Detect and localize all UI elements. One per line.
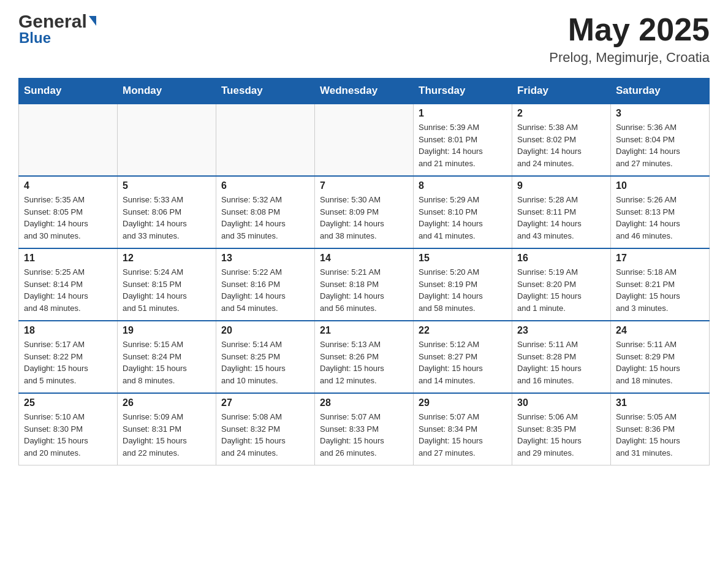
day-info: Sunrise: 5:12 AM Sunset: 8:27 PM Dayligh… bbox=[419, 339, 507, 386]
day-info: Sunrise: 5:05 AM Sunset: 8:36 PM Dayligh… bbox=[616, 411, 704, 459]
table-row: 4Sunrise: 5:35 AM Sunset: 8:05 PM Daylig… bbox=[19, 176, 118, 248]
table-row: 31Sunrise: 5:05 AM Sunset: 8:36 PM Dayli… bbox=[611, 393, 710, 465]
day-info: Sunrise: 5:07 AM Sunset: 8:34 PM Dayligh… bbox=[419, 411, 507, 459]
day-info: Sunrise: 5:11 AM Sunset: 8:28 PM Dayligh… bbox=[517, 339, 605, 386]
day-number: 25 bbox=[24, 397, 112, 408]
day-number: 31 bbox=[616, 397, 704, 408]
day-number: 19 bbox=[123, 325, 211, 336]
table-row: 16Sunrise: 5:19 AM Sunset: 8:20 PM Dayli… bbox=[512, 248, 611, 321]
day-number: 29 bbox=[419, 397, 507, 408]
table-row: 27Sunrise: 5:08 AM Sunset: 8:32 PM Dayli… bbox=[216, 393, 315, 465]
day-number: 30 bbox=[517, 397, 605, 408]
logo-general-text: General bbox=[18, 12, 96, 31]
calendar-week-3: 11Sunrise: 5:25 AM Sunset: 8:14 PM Dayli… bbox=[19, 248, 710, 321]
day-info: Sunrise: 5:11 AM Sunset: 8:29 PM Dayligh… bbox=[616, 339, 704, 386]
table-row: 17Sunrise: 5:18 AM Sunset: 8:21 PM Dayli… bbox=[611, 248, 710, 321]
calendar-table: Sunday Monday Tuesday Wednesday Thursday… bbox=[18, 78, 710, 465]
table-row: 29Sunrise: 5:07 AM Sunset: 8:34 PM Dayli… bbox=[414, 393, 512, 465]
table-row: 30Sunrise: 5:06 AM Sunset: 8:35 PM Dayli… bbox=[512, 393, 611, 465]
day-info: Sunrise: 5:25 AM Sunset: 8:14 PM Dayligh… bbox=[24, 266, 112, 314]
day-number: 7 bbox=[320, 180, 408, 191]
table-row: 1Sunrise: 5:39 AM Sunset: 8:01 PM Daylig… bbox=[414, 104, 512, 176]
col-tuesday: Tuesday bbox=[216, 79, 315, 104]
day-number: 15 bbox=[419, 253, 507, 264]
day-info: Sunrise: 5:20 AM Sunset: 8:19 PM Dayligh… bbox=[419, 266, 507, 314]
calendar-week-1: 1Sunrise: 5:39 AM Sunset: 8:01 PM Daylig… bbox=[19, 104, 710, 176]
day-number: 26 bbox=[123, 397, 211, 408]
table-row: 11Sunrise: 5:25 AM Sunset: 8:14 PM Dayli… bbox=[19, 248, 118, 321]
col-saturday: Saturday bbox=[611, 79, 710, 104]
day-info: Sunrise: 5:07 AM Sunset: 8:33 PM Dayligh… bbox=[320, 411, 408, 459]
day-number: 5 bbox=[123, 180, 211, 191]
table-row: 19Sunrise: 5:15 AM Sunset: 8:24 PM Dayli… bbox=[118, 321, 216, 393]
logo-blue-text: Blue bbox=[19, 31, 96, 45]
day-number: 28 bbox=[320, 397, 408, 408]
day-info: Sunrise: 5:38 AM Sunset: 8:02 PM Dayligh… bbox=[517, 121, 605, 169]
calendar-header-row: Sunday Monday Tuesday Wednesday Thursday… bbox=[19, 79, 710, 104]
day-number: 4 bbox=[24, 180, 112, 191]
table-row: 8Sunrise: 5:29 AM Sunset: 8:10 PM Daylig… bbox=[414, 176, 512, 248]
table-row bbox=[118, 104, 216, 176]
table-row bbox=[315, 104, 414, 176]
day-info: Sunrise: 5:30 AM Sunset: 8:09 PM Dayligh… bbox=[320, 194, 408, 242]
table-row: 15Sunrise: 5:20 AM Sunset: 8:19 PM Dayli… bbox=[414, 248, 512, 321]
table-row: 7Sunrise: 5:30 AM Sunset: 8:09 PM Daylig… bbox=[315, 176, 414, 248]
col-wednesday: Wednesday bbox=[315, 79, 414, 104]
day-info: Sunrise: 5:13 AM Sunset: 8:26 PM Dayligh… bbox=[320, 339, 408, 386]
day-info: Sunrise: 5:06 AM Sunset: 8:35 PM Dayligh… bbox=[517, 411, 605, 459]
calendar-week-2: 4Sunrise: 5:35 AM Sunset: 8:05 PM Daylig… bbox=[19, 176, 710, 248]
day-info: Sunrise: 5:14 AM Sunset: 8:25 PM Dayligh… bbox=[221, 339, 309, 386]
day-number: 16 bbox=[517, 253, 605, 264]
table-row: 5Sunrise: 5:33 AM Sunset: 8:06 PM Daylig… bbox=[118, 176, 216, 248]
logo: General Blue bbox=[18, 12, 96, 45]
col-thursday: Thursday bbox=[414, 79, 512, 104]
title-section: May 2025 Prelog, Megimurje, Croatia bbox=[549, 12, 710, 66]
day-number: 3 bbox=[616, 108, 704, 119]
day-number: 12 bbox=[123, 253, 211, 264]
day-info: Sunrise: 5:26 AM Sunset: 8:13 PM Dayligh… bbox=[616, 194, 704, 242]
day-number: 23 bbox=[517, 325, 605, 336]
day-number: 9 bbox=[517, 180, 605, 191]
day-info: Sunrise: 5:28 AM Sunset: 8:11 PM Dayligh… bbox=[517, 194, 605, 242]
table-row bbox=[216, 104, 315, 176]
day-info: Sunrise: 5:29 AM Sunset: 8:10 PM Dayligh… bbox=[419, 194, 507, 242]
day-number: 10 bbox=[616, 180, 704, 191]
day-info: Sunrise: 5:35 AM Sunset: 8:05 PM Dayligh… bbox=[24, 194, 112, 242]
location-subtitle: Prelog, Megimurje, Croatia bbox=[549, 50, 710, 66]
day-info: Sunrise: 5:15 AM Sunset: 8:24 PM Dayligh… bbox=[123, 339, 211, 386]
table-row: 21Sunrise: 5:13 AM Sunset: 8:26 PM Dayli… bbox=[315, 321, 414, 393]
day-info: Sunrise: 5:19 AM Sunset: 8:20 PM Dayligh… bbox=[517, 266, 605, 314]
table-row: 24Sunrise: 5:11 AM Sunset: 8:29 PM Dayli… bbox=[611, 321, 710, 393]
table-row: 20Sunrise: 5:14 AM Sunset: 8:25 PM Dayli… bbox=[216, 321, 315, 393]
table-row: 13Sunrise: 5:22 AM Sunset: 8:16 PM Dayli… bbox=[216, 248, 315, 321]
day-number: 17 bbox=[616, 253, 704, 264]
logo-triangle-icon bbox=[89, 16, 96, 26]
day-info: Sunrise: 5:22 AM Sunset: 8:16 PM Dayligh… bbox=[221, 266, 309, 314]
day-info: Sunrise: 5:09 AM Sunset: 8:31 PM Dayligh… bbox=[123, 411, 211, 459]
day-info: Sunrise: 5:17 AM Sunset: 8:22 PM Dayligh… bbox=[24, 339, 112, 386]
table-row: 2Sunrise: 5:38 AM Sunset: 8:02 PM Daylig… bbox=[512, 104, 611, 176]
day-number: 27 bbox=[221, 397, 309, 408]
day-info: Sunrise: 5:08 AM Sunset: 8:32 PM Dayligh… bbox=[221, 411, 309, 459]
col-monday: Monday bbox=[118, 79, 216, 104]
calendar-week-5: 25Sunrise: 5:10 AM Sunset: 8:30 PM Dayli… bbox=[19, 393, 710, 465]
day-info: Sunrise: 5:10 AM Sunset: 8:30 PM Dayligh… bbox=[24, 411, 112, 459]
day-info: Sunrise: 5:33 AM Sunset: 8:06 PM Dayligh… bbox=[123, 194, 211, 242]
month-year-title: May 2025 bbox=[549, 12, 710, 47]
day-number: 20 bbox=[221, 325, 309, 336]
day-info: Sunrise: 5:36 AM Sunset: 8:04 PM Dayligh… bbox=[616, 121, 704, 169]
col-friday: Friday bbox=[512, 79, 611, 104]
table-row: 9Sunrise: 5:28 AM Sunset: 8:11 PM Daylig… bbox=[512, 176, 611, 248]
table-row: 23Sunrise: 5:11 AM Sunset: 8:28 PM Dayli… bbox=[512, 321, 611, 393]
table-row: 3Sunrise: 5:36 AM Sunset: 8:04 PM Daylig… bbox=[611, 104, 710, 176]
day-info: Sunrise: 5:21 AM Sunset: 8:18 PM Dayligh… bbox=[320, 266, 408, 314]
day-number: 8 bbox=[419, 180, 507, 191]
day-info: Sunrise: 5:32 AM Sunset: 8:08 PM Dayligh… bbox=[221, 194, 309, 242]
table-row bbox=[19, 104, 118, 176]
col-sunday: Sunday bbox=[19, 79, 118, 104]
table-row: 14Sunrise: 5:21 AM Sunset: 8:18 PM Dayli… bbox=[315, 248, 414, 321]
day-info: Sunrise: 5:18 AM Sunset: 8:21 PM Dayligh… bbox=[616, 266, 704, 314]
day-number: 18 bbox=[24, 325, 112, 336]
table-row: 6Sunrise: 5:32 AM Sunset: 8:08 PM Daylig… bbox=[216, 176, 315, 248]
day-number: 14 bbox=[320, 253, 408, 264]
